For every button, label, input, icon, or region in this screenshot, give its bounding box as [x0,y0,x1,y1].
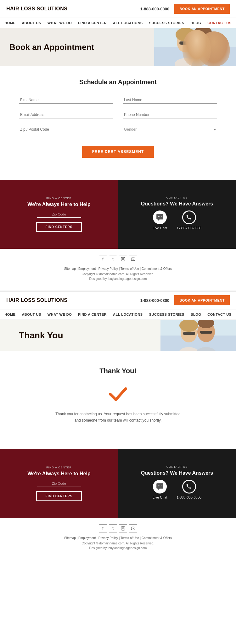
email-input[interactable] [19,110,113,118]
footer-terms-2[interactable]: Terms of Use [121,536,139,540]
contact-phone-label-2: 1-888-000-0800 [177,495,201,499]
contact-icons-2: Live Chat 1-888-000-0800 [153,480,201,499]
zip-code-input[interactable] [37,211,81,218]
nav2-blog[interactable]: BLOG [191,313,201,316]
hero-text-2: Thank You [0,330,82,341]
live-chat-icon[interactable] [153,210,167,224]
footer-links: Sitemap | Employment | Privacy Policy | … [6,267,230,270]
nav2-locations[interactable]: ALL LOCATIONS [113,313,143,316]
nav2-home[interactable]: HOME [4,313,15,316]
zip-code-input-2[interactable] [37,480,81,487]
contact-us-heading: Questions? We Have Answers [141,201,213,207]
logo: HAIR LOSS SOLUTIONS [6,6,67,12]
main-nav-2: HOME ABOUT US WHAT WE DO FIND A CENTER A… [0,309,236,320]
social-facebook[interactable]: f [99,255,107,263]
svg-point-12 [161,216,162,217]
book-appointment-button[interactable]: BOOK AN APPOINTMENT [174,4,230,14]
hero-image-2 [160,320,236,351]
phone-icon-2[interactable] [182,480,196,494]
hero-text: Book an Appointment [0,42,104,52]
form-row-zip [19,125,113,133]
nav-about[interactable]: ABOUT US [22,21,41,25]
nav-home[interactable]: HOME [4,21,15,25]
svg-marker-34 [133,527,134,529]
nav-find[interactable]: FIND A CENTER [78,21,107,25]
svg-point-15 [124,258,124,259]
form-row-gender: Gender Male Female Other [123,125,217,133]
find-centers-button-2[interactable]: FIND CENTERS [36,491,82,501]
nav2-find[interactable]: FIND A CENTER [78,313,107,316]
header-right-2: 1-888-000-0800 BOOK AN APPOINTMENT [140,295,230,305]
svg-rect-22 [183,332,195,335]
find-center-panel: FIND A CENTER We're Always Here to Help … [0,180,118,249]
section-title: Schedule an Appointment [19,79,217,86]
checkmark-icon [107,383,129,405]
book-appointment-button-2[interactable]: BOOK AN APPOINTMENT [174,295,230,305]
svg-point-9 [192,58,214,66]
social-facebook-2[interactable]: f [99,524,107,532]
submit-button[interactable]: FREE DEBT ASSESMENT [82,146,154,158]
footer-privacy-2[interactable]: Privacy Policy [98,536,118,540]
find-center-heading: We're Always Here to Help [27,202,90,207]
live-chat-icon-2[interactable] [153,480,167,494]
phone-input[interactable] [123,110,217,118]
thankyou-section: Thank You! Thank you for contacting us. … [0,351,236,439]
social-twitter[interactable]: t [109,255,117,263]
svg-rect-1 [154,28,236,47]
social-youtube[interactable] [129,255,137,263]
svg-point-14 [122,259,124,260]
gender-select[interactable]: Gender Male Female Other [123,125,217,133]
footer-sitemap-2[interactable]: Sitemap [64,536,76,540]
nav2-what[interactable]: WHAT WE DO [48,313,72,316]
svg-rect-7 [197,40,210,43]
svg-point-3 [176,28,196,41]
footer-terms[interactable]: Terms of Use [121,267,139,270]
zip-input[interactable] [19,125,113,133]
contact-us-heading-2: Questions? We Have Answers [141,470,213,476]
contact-us-panel: CONTACT US Questions? We Have Answers Li… [118,180,236,249]
last-name-input[interactable] [123,95,217,104]
contact-us-label: CONTACT US [166,196,188,199]
nav-what[interactable]: WHAT WE DO [48,21,72,25]
phone-icon[interactable] [182,210,196,224]
footer-copyright-2: Copyright © domainname.com. All Rights R… [6,541,230,550]
site-header-2: HAIR LOSS SOLUTIONS 1-888-000-0800 BOOK … [0,292,236,309]
footer-commitment-2[interactable]: Commitment & Offers [142,536,172,540]
nav2-contact[interactable]: CONTACT US [207,313,231,316]
nav-contact[interactable]: CONTACT US [207,21,231,25]
social-twitter-2[interactable]: t [109,524,117,532]
footer-commitment[interactable]: Commitment & Offers [142,267,172,270]
social-instagram[interactable] [119,255,127,263]
svg-point-30 [161,485,162,486]
find-centers-button[interactable]: FIND CENTERS [36,222,82,232]
nav-blog[interactable]: BLOG [191,21,201,25]
svg-point-33 [124,527,124,528]
nav2-about[interactable]: ABOUT US [22,313,41,316]
social-youtube-2[interactable] [129,524,137,532]
first-name-input[interactable] [19,95,113,104]
footer-employment[interactable]: Employment [78,267,96,270]
svg-point-5 [194,30,212,52]
phone-wrap-2: 1-888-000-0800 [177,480,201,499]
nav2-success[interactable]: SUCCESS STORIES [149,313,184,316]
social-instagram-2[interactable] [119,524,127,532]
social-icons: f t [6,255,230,263]
find-center-heading-2: We're Always Here to Help [27,471,90,477]
two-tone-section-2: FIND A CENTER We're Always Here to Help … [0,449,236,518]
live-chat-wrap-2: Live Chat [153,480,167,499]
svg-point-11 [160,216,160,217]
header-right: 1-888-000-0800 BOOK AN APPOINTMENT [140,4,230,14]
live-chat-wrap: Live Chat [153,210,167,230]
footer-privacy[interactable]: Privacy Policy [98,267,118,270]
nav-success[interactable]: SUCCESS STORIES [149,21,184,25]
form-row-phone [123,110,217,118]
footer-employment-2[interactable]: Employment [78,536,96,540]
svg-rect-4 [179,41,193,45]
contact-phone-label: 1-888-000-0800 [177,226,201,230]
main-nav: HOME ABOUT US WHAT WE DO FIND A CENTER A… [0,18,236,28]
footer: f t Sitemap | Employment | Privacy Polic… [0,249,236,287]
nav-locations[interactable]: ALL LOCATIONS [113,21,143,25]
footer-sitemap[interactable]: Sitemap [64,267,76,270]
hero-title: Book an Appointment [9,42,94,52]
hero-banner: Book an Appointment [0,28,236,66]
